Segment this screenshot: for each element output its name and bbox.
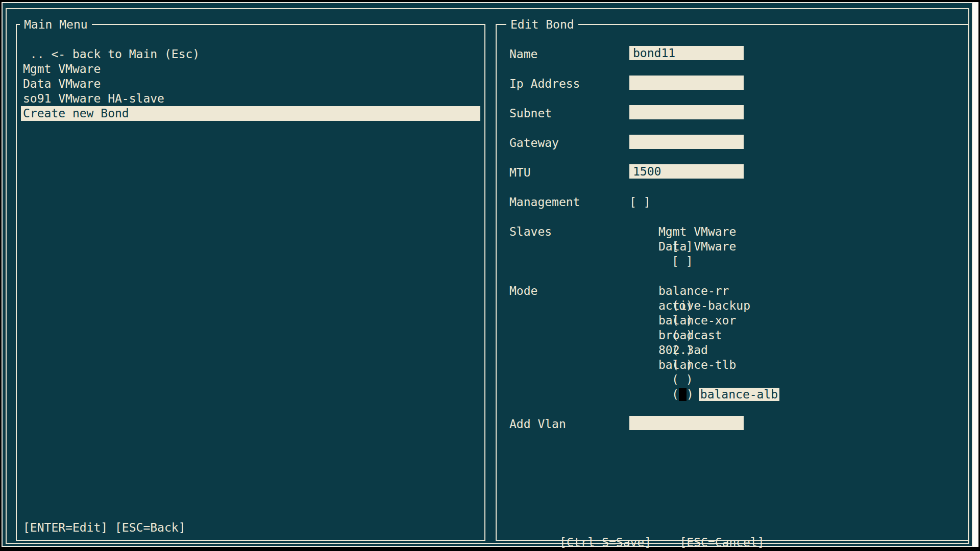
- slave-option-mgmt-vmware[interactable]: [ ] Mgmt VMware: [629, 224, 693, 239]
- ip-address-input[interactable]: [629, 76, 744, 90]
- mode-option-balance-tlb[interactable]: ( ) balance-tlb: [629, 358, 693, 372]
- management-label: Management: [509, 195, 580, 210]
- menu-item-data-vmware[interactable]: Data VMware: [21, 77, 480, 91]
- save-hint: [Ctrl-S=Save]: [559, 536, 651, 549]
- edit-bond-title: Edit Bond: [506, 17, 578, 32]
- slave-mgmt-label: Mgmt VMware: [658, 224, 736, 239]
- menu-item-create-new-bond[interactable]: Create new Bond: [21, 106, 480, 121]
- mode-option-balance-rr[interactable]: (o) balance-rr: [629, 284, 693, 298]
- slave-data-label: Data VMware: [658, 239, 736, 254]
- gateway-input[interactable]: [629, 135, 744, 149]
- menu-item-mgmt-vmware[interactable]: Mgmt VMware: [21, 62, 480, 77]
- gateway-label: Gateway: [509, 136, 559, 151]
- mode-option-broadcast[interactable]: ( ) broadcast: [629, 328, 693, 343]
- mode-balance-tlb-label: balance-tlb: [658, 358, 736, 372]
- slaves-label: Slaves: [509, 224, 552, 239]
- cancel-hint: [ESC=Cancel]: [680, 536, 765, 549]
- ip-address-label: Ip Address: [509, 77, 580, 91]
- hint-gap: [651, 536, 679, 549]
- add-vlan-label: Add Vlan: [509, 417, 566, 432]
- slave-option-data-vmware[interactable]: [ ] Data VMware: [629, 239, 693, 254]
- name-label: Name: [509, 47, 537, 62]
- edit-bond-panel: Edit Bond Name bond11 Ip Address Subnet …: [496, 24, 969, 541]
- radio-balance-alb-close: ): [687, 388, 694, 401]
- menu-item-back[interactable]: .. <- back to Main (Esc): [21, 47, 480, 62]
- slave-data-checkbox: [ ]: [672, 255, 693, 268]
- terminal-scrollbar[interactable]: [973, 2, 978, 547]
- text-cursor: [679, 388, 687, 401]
- mode-broadcast-label: broadcast: [658, 328, 722, 343]
- name-input[interactable]: bond11: [629, 46, 744, 60]
- main-menu-panel: Main Menu .. <- back to Main (Esc) Mgmt …: [16, 24, 485, 541]
- mode-balance-alb-label: balance-alb: [699, 388, 779, 401]
- mtu-input[interactable]: 1500: [629, 164, 744, 179]
- mode-802-3ad-label: 802.3ad: [658, 343, 708, 358]
- mode-balance-xor-label: balance-xor: [658, 313, 736, 328]
- mode-option-802-3ad[interactable]: ( ) 802.3ad: [629, 343, 693, 358]
- mtu-label: MTU: [509, 165, 531, 180]
- mode-label: Mode: [509, 284, 537, 298]
- subnet-input[interactable]: [629, 105, 744, 119]
- add-vlan-input[interactable]: [629, 416, 744, 430]
- subnet-label: Subnet: [509, 106, 552, 121]
- name-input-value: bond11: [633, 46, 675, 61]
- mode-option-balance-xor[interactable]: ( ) balance-xor: [629, 313, 693, 328]
- main-menu-key-hints: [ENTER=Edit] [ESC=Back]: [23, 520, 186, 535]
- main-menu-title: Main Menu: [20, 17, 92, 32]
- mode-balance-rr-label: balance-rr: [658, 284, 729, 298]
- mode-option-balance-alb[interactable]: ()balance-alb: [629, 372, 779, 387]
- terminal-screen: Main Menu .. <- back to Main (Esc) Mgmt …: [0, 0, 980, 551]
- management-checkbox[interactable]: [ ]: [629, 195, 651, 210]
- mode-option-active-backup[interactable]: ( ) active-backup: [629, 298, 693, 313]
- mode-active-backup-label: active-backup: [658, 298, 750, 313]
- menu-item-so91-vmware[interactable]: so91 VMware HA-slave: [21, 91, 480, 106]
- edit-bond-key-hints: [Ctrl-S=Save] [ESC=Cancel]: [517, 520, 765, 535]
- mtu-input-value: 1500: [633, 164, 661, 179]
- radio-balance-alb-open: (: [672, 388, 679, 401]
